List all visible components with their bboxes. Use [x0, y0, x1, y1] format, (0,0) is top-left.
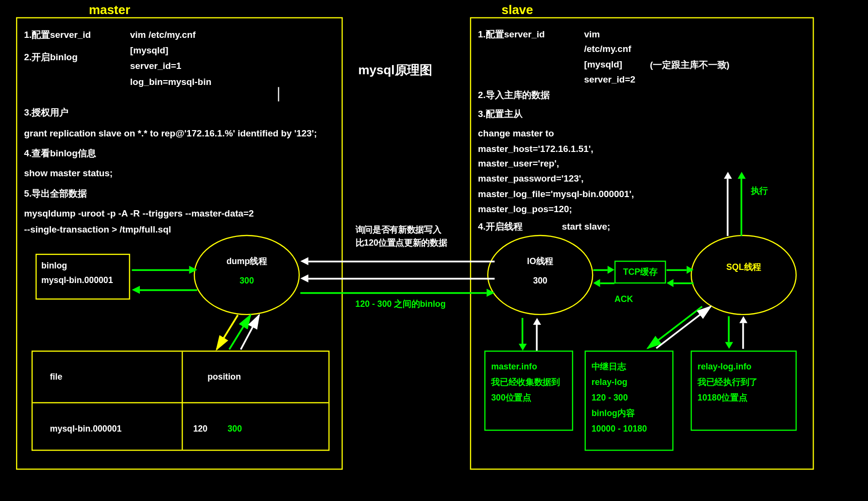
master-step5: 5.导出全部数据: [24, 185, 317, 201]
svg-line-3: [229, 315, 251, 350]
mi-l1: master.info: [491, 359, 566, 374]
master-dump1: mysqldump -uroot -p -A -R --triggers --m…: [24, 206, 317, 221]
slave-note: (一定跟主库不一致): [650, 58, 730, 73]
slave-step4: 4.开启线程 start slave;: [478, 219, 634, 234]
binlog-box: binlog mysql-bin.000001: [35, 254, 130, 300]
title-master: master: [89, 3, 130, 18]
master-cfg1: vim /etc/my.cnf: [130, 27, 211, 42]
table-c1: mysql-bin.000001: [50, 423, 122, 433]
slave-cfg2: [mysqld]: [584, 57, 635, 72]
io-val: 300: [488, 276, 592, 285]
io-thread: IO线程 300: [487, 235, 593, 315]
query-text: 询问是否有新数据写入 比120位置点更新的数据: [356, 223, 447, 249]
binlog-label: binlog: [41, 261, 124, 270]
title-slave: slave: [502, 3, 533, 18]
svg-line-4: [241, 315, 259, 350]
rl-l3: 120 - 300: [592, 389, 667, 405]
svg-line-2: [217, 315, 238, 350]
binlog-file: mysql-bin.000001: [41, 275, 124, 284]
table-c2a: 120: [193, 423, 208, 433]
rl-l2: relay-log: [592, 374, 667, 390]
master-grant: grant replication slave on *.* to rep@'1…: [24, 125, 317, 141]
slave-cfg3: server_id=2: [584, 72, 635, 87]
slave-cfg1: vim /etc/my.cnf: [584, 27, 635, 57]
master-step3: 3.授权用户: [24, 105, 317, 120]
ri-l2: 我已经执行到了: [698, 374, 790, 390]
slave-step2: 2.导入主库的数据: [478, 88, 634, 103]
slave-cm4: master_password='123',: [478, 171, 634, 186]
dump-thread: dump线程 300: [194, 235, 300, 315]
table-h1: file: [50, 372, 63, 382]
master-info-box: master.info 我已经收集数据到 300位置点: [484, 351, 573, 431]
arrow-dump-table: [206, 312, 264, 358]
svg-line-1: [656, 306, 711, 348]
ri-l1: relay-log.info: [698, 359, 790, 374]
slave-step3: 3.配置主从: [478, 106, 634, 121]
table-c2b: 300: [227, 423, 242, 433]
dump-val: 300: [195, 276, 299, 285]
sql-label: SQL线程: [692, 262, 796, 272]
svg-line-0: [647, 306, 702, 348]
io-label: IO线程: [488, 256, 592, 267]
master-show: show master status;: [24, 166, 317, 181]
rl-l1: 中继日志: [592, 359, 667, 374]
rl-l4: binlog内容: [592, 405, 667, 420]
exec-text: 执行: [751, 184, 768, 198]
tcp-cache: TCP缓存: [614, 261, 666, 284]
master-dump2: --single-transaction > /tmp/full.sql: [24, 221, 317, 237]
text-cursor-icon: [278, 87, 279, 101]
ri-l3: 10180位置点: [698, 389, 790, 405]
slave-cm6: master_log_pos=120;: [478, 202, 634, 217]
arrow-sql-relaylog-g: [630, 303, 716, 355]
ack-label: ACK: [614, 294, 633, 303]
slave-cm5: master_log_file='mysql-bin.000001',: [478, 186, 634, 201]
slave-cm3: master_user='rep',: [478, 156, 634, 171]
master-steps: 1.配置server_id vim /etc/my.cnf [mysqld] s…: [24, 27, 317, 237]
slave-cm2: master_host='172.16.1.51',: [478, 141, 634, 156]
mi-l2: 我已经收集数据到: [491, 374, 566, 390]
master-cfg2: [mysqld]: [130, 43, 211, 58]
status-table: file position mysql-bin.000001 120 300: [32, 351, 330, 451]
relay-info-box: relay-log.info 我已经执行到了 10180位置点: [691, 351, 797, 431]
slave-steps: 1.配置server_id vim /etc/my.cnf [mysqld] s…: [478, 27, 634, 234]
slave-cm1: change master to: [478, 126, 634, 141]
master-step4: 4.查看binlog信息: [24, 145, 317, 161]
sql-thread: SQL线程: [691, 235, 797, 315]
center-title: mysql原理图: [358, 62, 432, 79]
dump-label: dump线程: [195, 256, 299, 267]
range-text: 120 - 300 之间的binlog: [356, 298, 446, 311]
table-h2: position: [207, 372, 241, 382]
mi-l3: 300位置点: [491, 389, 566, 405]
relay-log-box: 中继日志 relay-log 120 - 300 binlog内容 10000 …: [585, 351, 674, 451]
master-cfg4: log_bin=mysql-bin: [130, 74, 211, 89]
rl-l5: 10000 - 10180: [592, 420, 667, 436]
master-cfg3: server_id=1: [130, 58, 211, 74]
